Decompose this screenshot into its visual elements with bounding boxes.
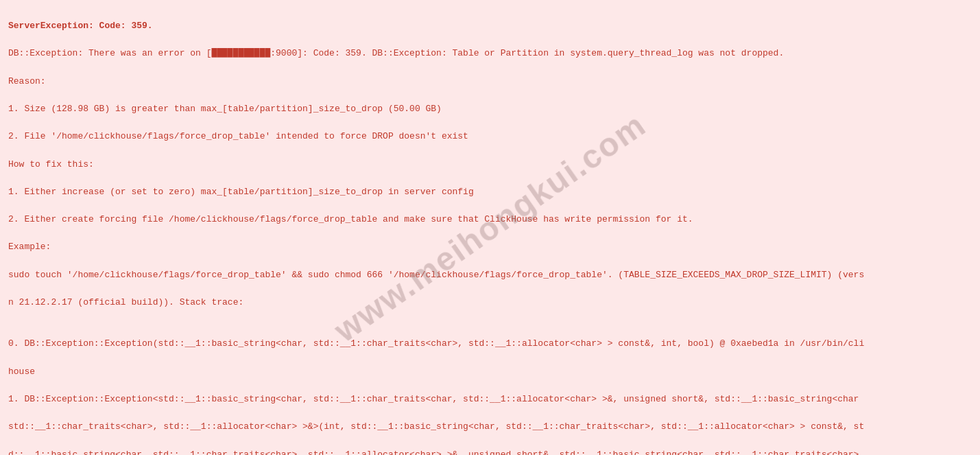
error-output: ServerException: Code: 359. DB::Exceptio… <box>8 5 972 455</box>
error-line-l11: n 21.12.2.17 (official build)). Stack tr… <box>8 296 972 310</box>
error-line-l1: ServerException: Code: 359. <box>8 19 972 33</box>
error-line-l6: How to fix this: <box>8 158 972 172</box>
error-line-l2: DB::Exception: There was an error on [██… <box>8 47 972 60</box>
error-line-l15: 1. DB::Exception::Exception<std::__1::ba… <box>8 393 972 406</box>
error-line-l3: Reason: <box>8 75 972 89</box>
error-line-l14: house <box>8 365 972 379</box>
error-line-l13: 0. DB::Exception::Exception(std::__1::ba… <box>8 337 972 351</box>
error-line-l5: 2. File '/home/clickhouse/flags/force_dr… <box>8 130 972 143</box>
error-line-l7: 1. Either increase (or set to zero) max_… <box>8 185 972 199</box>
error-line-l10: sudo touch '/home/clickhouse/flags/force… <box>8 268 972 282</box>
error-line-l8: 2. Either create forcing file /home/clic… <box>8 213 972 226</box>
error-line-l16: std::__1::char_traits<char>, std::__1::a… <box>8 420 972 434</box>
error-line-l17: d::__1::basic_string<char, std::__1::cha… <box>8 448 972 456</box>
error-line-l9: Example: <box>8 240 972 254</box>
error-line-l4: 1. Size (128.98 GB) is greater than max_… <box>8 102 972 116</box>
